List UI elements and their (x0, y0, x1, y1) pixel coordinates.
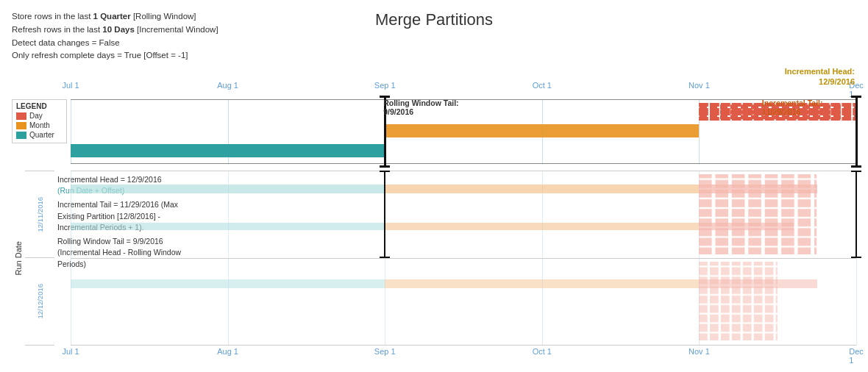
info-line-3: Detect data changes = False (12, 37, 218, 50)
rolling-tail-label: Rolling Window Tail:9/9/2016 (377, 99, 458, 116)
row1-quarter-bar-b (71, 223, 385, 230)
row1-month-bar-b (385, 223, 699, 230)
lower-day-pattern2 (699, 262, 778, 340)
legend-title: LEGEND (16, 102, 63, 110)
legend-item-month: Month (16, 121, 63, 129)
month-bar (385, 124, 699, 137)
lower-chart-area (71, 171, 856, 346)
row2-day-bar (699, 279, 817, 288)
quarter-bar (71, 144, 385, 157)
date-tag-2: 12/12/2016 (25, 258, 54, 346)
axis-label-dec-bot: Dec 1 (849, 347, 864, 365)
inc-tail-label-upper: Incremental Tail:11/29/2016 (762, 99, 823, 116)
row1-month-bar (385, 185, 699, 193)
info-line-4: Only refresh complete days = True [Offse… (12, 49, 218, 62)
legend: LEGEND Day Month Quarter (12, 99, 67, 143)
row1-day-bar-b (699, 223, 793, 230)
axis-label-jul: Jul 1 (62, 81, 79, 90)
row1-quarter-bar (71, 185, 385, 193)
row1-day-bar (699, 185, 817, 193)
legend-item-quarter: Quarter (16, 131, 63, 139)
date-tag-1: 12/11/2016 (25, 171, 54, 258)
axis-label-oct: Oct 1 (533, 81, 552, 90)
axis-label-nov: Nov 1 (689, 81, 710, 90)
lower-ibeam-sep (380, 171, 390, 258)
axis-label-nov-bot: Nov 1 (689, 347, 710, 356)
lower-ibeam-dec (851, 171, 861, 258)
axis-label-sep: Sep 1 (374, 81, 396, 90)
info-line-1: Store rows in the last 1 Quarter [Rollin… (12, 10, 218, 24)
inc-head-annotation: Incremental Head: 12/9/2016 (785, 66, 855, 87)
axis-label-aug: Aug 1 (217, 81, 238, 90)
info-line-2: Refresh rows in the last 10 Days [Increm… (12, 24, 218, 37)
chart-area: Jul 1 Aug 1 Sep 1 Oct 1 Nov 1 Dec 1 Incr… (12, 66, 856, 360)
row2-month-bar (385, 279, 699, 288)
lower-section: Run Date 12/11/2016 12/12/2016 Increment… (12, 171, 856, 346)
page-title: Merge Partitions (375, 10, 493, 29)
ibeam-dec (851, 96, 861, 168)
legend-item-day: Day (16, 112, 63, 120)
run-date-label: Run Date (12, 171, 25, 346)
axis-label-jul-bot: Jul 1 (62, 347, 79, 356)
chart-bands: Rolling Window Tail:9/9/2016 Incremental… (71, 99, 856, 164)
axis-label-aug-bot: Aug 1 (217, 347, 238, 356)
axis-bottom: Jul 1 Aug 1 Sep 1 Oct 1 Nov 1 Dec 1 (71, 346, 856, 360)
svg-rect-8 (699, 262, 778, 340)
axis-label-oct-bot: Oct 1 (533, 347, 552, 356)
info-panel: Store rows in the last 1 Quarter [Rollin… (12, 10, 218, 62)
row2-quarter-bar (71, 279, 385, 288)
axis-label-sep-bot: Sep 1 (374, 347, 396, 356)
axis-top: Jul 1 Aug 1 Sep 1 Oct 1 Nov 1 Dec 1 (71, 81, 856, 93)
